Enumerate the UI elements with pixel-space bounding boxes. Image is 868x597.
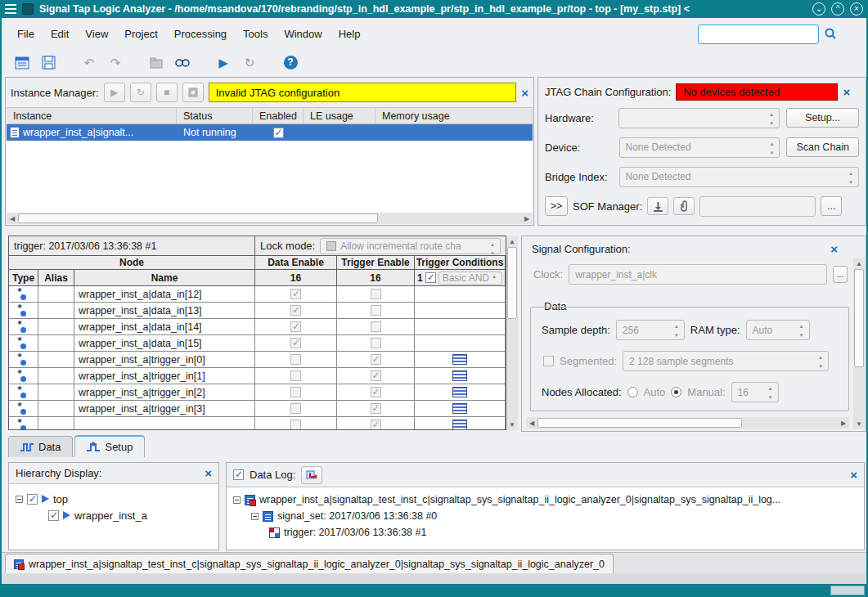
- data-enable-checkbox[interactable]: [290, 403, 301, 414]
- signal-config-vscrollbar[interactable]: ▲ ▼: [853, 258, 865, 429]
- scan-chain-button[interactable]: Scan Chain: [786, 137, 859, 157]
- find-icon[interactable]: [172, 52, 193, 74]
- scroll-right-icon[interactable]: ▶: [838, 417, 849, 429]
- close-window-button[interactable]: ×: [850, 2, 863, 16]
- scroll-right-icon[interactable]: ▶: [521, 213, 533, 224]
- tab-data[interactable]: Data: [8, 436, 73, 457]
- segmented-checkbox[interactable]: [543, 356, 554, 366]
- node-name[interactable]: wrapper_inst_a|trigger_in[2]: [74, 384, 255, 400]
- hierarchy-child-label[interactable]: wrapper_inst_a: [74, 509, 147, 522]
- column-enabled[interactable]: Enabled: [253, 108, 304, 123]
- im-stop-icon[interactable]: ■: [156, 83, 178, 102]
- trigger-condition-icon[interactable]: [452, 420, 467, 430]
- trigger-enable-checkbox[interactable]: [371, 354, 381, 365]
- node-name[interactable]: wrapper_inst_a|trigger_in[1]: [74, 368, 255, 384]
- hierarchy-top-label[interactable]: top: [53, 493, 68, 505]
- attach-sof-icon[interactable]: [673, 197, 695, 215]
- search-action-icon[interactable]: [824, 27, 839, 42]
- scroll-thumb[interactable]: [537, 418, 742, 428]
- node-alias-cell[interactable]: [38, 384, 74, 400]
- search-input[interactable]: [698, 25, 819, 44]
- node-name[interactable]: wrapper_inst_a|trigger_in[3]: [74, 401, 255, 416]
- collapse-icon[interactable]: [251, 513, 259, 520]
- condition-enable-checkbox[interactable]: [425, 272, 436, 283]
- clock-browse-button[interactable]: ...: [833, 266, 848, 283]
- log-instance-row[interactable]: wrapper_inst_a|signaltap_test_inst_c|sig…: [233, 492, 857, 508]
- data-log-checkbox[interactable]: [233, 469, 244, 480]
- spinner-icon[interactable]: [767, 139, 776, 157]
- table-row[interactable]: * wrapper_inst_a|data_in[15]: [9, 335, 506, 352]
- im-config-icon[interactable]: [182, 83, 204, 102]
- column-instance[interactable]: Instance: [7, 108, 177, 123]
- trigger-enable-checkbox[interactable]: [371, 338, 381, 348]
- trigger-condition-cell[interactable]: [415, 335, 506, 351]
- node-name[interactable]: wrapper_inst_a|data_in[12]: [74, 286, 255, 302]
- trigger-condition-icon[interactable]: [452, 354, 467, 365]
- data-enable-checkbox[interactable]: [290, 387, 301, 397]
- data-enable-checkbox[interactable]: [290, 354, 301, 365]
- trigger-enable-checkbox[interactable]: [371, 387, 381, 397]
- jtag-close-icon[interactable]: ×: [843, 86, 850, 98]
- menu-processing[interactable]: Processing: [167, 25, 234, 43]
- compile-icon[interactable]: [146, 52, 167, 74]
- collapse-icon[interactable]: [16, 496, 23, 503]
- menu-project[interactable]: Project: [117, 25, 164, 43]
- data-enable-checkbox[interactable]: [290, 321, 301, 332]
- log-trigger-row[interactable]: trigger: 2017/03/06 13:36:38 #1: [233, 524, 857, 541]
- im-run-analysis-icon[interactable]: ▶: [104, 83, 125, 102]
- spinner-icon[interactable]: [797, 321, 807, 339]
- menu-file[interactable]: File: [10, 25, 42, 43]
- device-select[interactable]: None Detected: [619, 137, 780, 158]
- scroll-up-icon[interactable]: ▲: [506, 236, 518, 247]
- nodes-auto-radio[interactable]: [627, 387, 638, 397]
- sample-depth-select[interactable]: 256: [616, 320, 685, 340]
- trigger-condition-cell[interactable]: [415, 417, 506, 430]
- scroll-left-icon[interactable]: ◀: [526, 417, 537, 429]
- program-device-icon[interactable]: [647, 197, 668, 215]
- scroll-down-icon[interactable]: ▼: [506, 419, 518, 430]
- spinner-icon[interactable]: [672, 321, 681, 339]
- trigger-condition-cell[interactable]: [415, 384, 506, 400]
- run-analysis-icon[interactable]: ▶: [213, 52, 234, 74]
- setup-button[interactable]: Setup...: [786, 108, 859, 128]
- log-signal-set-label[interactable]: signal_set: 2017/03/06 13:36:38 #0: [277, 510, 437, 522]
- instance-tab[interactable]: wrapper_inst_a|signaltap_test_inst_c|sig…: [5, 554, 614, 573]
- scroll-up-icon[interactable]: ▲: [853, 258, 865, 269]
- trigger-condition-cell[interactable]: [415, 286, 506, 302]
- undo-icon[interactable]: ↶: [79, 52, 100, 74]
- trigger-condition-icon[interactable]: [452, 370, 467, 381]
- node-name[interactable]: wrapper_inst_a|trigger_in[0]: [74, 352, 255, 367]
- window-menu-icon[interactable]: [5, 4, 16, 14]
- trigger-enable-checkbox[interactable]: [371, 289, 381, 299]
- collapse-icon[interactable]: [233, 496, 241, 504]
- menu-help[interactable]: Help: [331, 25, 368, 43]
- redo-icon[interactable]: ↷: [105, 52, 126, 74]
- hierarchy-node-child[interactable]: wrapper_inst_a: [16, 507, 212, 523]
- table-row-partial[interactable]: *: [9, 417, 506, 430]
- node-alias-cell[interactable]: [38, 335, 74, 351]
- trigger-enable-checkbox[interactable]: [371, 420, 381, 430]
- node-alias-cell[interactable]: [38, 401, 74, 416]
- log-trigger-label[interactable]: trigger: 2017/03/06 13:36:38 #1: [284, 527, 426, 538]
- data-enable-checkbox[interactable]: [290, 420, 301, 430]
- menu-tools[interactable]: Tools: [236, 25, 275, 43]
- expand-panel-button[interactable]: >>: [545, 196, 568, 216]
- nodes-manual-radio[interactable]: [671, 387, 681, 397]
- data-log-capture-icon[interactable]: [301, 466, 322, 484]
- log-instance-label[interactable]: wrapper_inst_a|signaltap_test_inst_c|sig…: [259, 494, 780, 505]
- node-table-vscrollbar[interactable]: ▲ ▼: [506, 236, 518, 430]
- sof-browse-button[interactable]: ...: [821, 196, 842, 216]
- condition-mode-select[interactable]: Basic AND: [438, 272, 502, 285]
- table-row[interactable]: * wrapper_inst_a|data_in[13]: [9, 303, 506, 319]
- manual-nodes-spinner[interactable]: 16: [731, 382, 779, 402]
- im-autorun-icon[interactable]: ↻: [130, 83, 151, 102]
- data-enable-checkbox[interactable]: [290, 289, 301, 299]
- trigger-enable-checkbox[interactable]: [371, 370, 381, 381]
- node-alias-cell[interactable]: [38, 352, 74, 367]
- node-alias-cell[interactable]: [38, 368, 74, 384]
- trigger-condition-icon[interactable]: [452, 387, 467, 397]
- node-alias-cell[interactable]: [38, 286, 74, 302]
- menu-window[interactable]: Window: [277, 25, 329, 43]
- instance-hscrollbar[interactable]: ◀ ▶: [7, 213, 533, 224]
- trigger-condition-cell[interactable]: [415, 368, 506, 384]
